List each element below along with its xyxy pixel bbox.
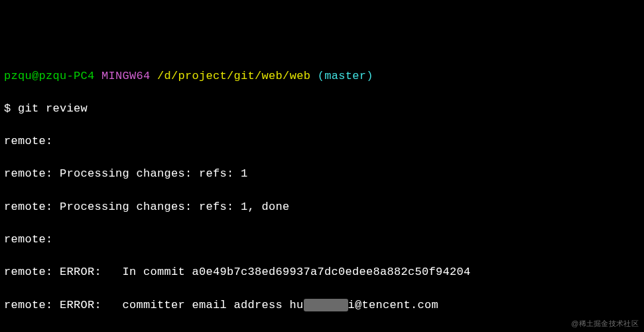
output-line: remote: Processing changes: refs: 1 — [4, 166, 640, 183]
output-line: remote: Processing changes: refs: 1, don… — [4, 199, 640, 216]
output-line: remote: — [4, 232, 640, 248]
user-host: pzqu@pzqu-PC4 — [4, 70, 95, 82]
output-line: remote: — [4, 133, 640, 150]
redacted-text: ██████ — [304, 299, 348, 311]
shell-prompt: pzqu@pzqu-PC4 MINGW64 /d/project/git/web… — [4, 68, 640, 85]
branch: (master) — [318, 70, 373, 82]
command-line: $ git review — [4, 101, 640, 118]
output-line: remote: ERROR: committer email address h… — [4, 297, 640, 314]
output-line: remote: ERROR: In commit a0e49b7c38ed699… — [4, 264, 640, 281]
watermark: @稀土掘金技术社区 — [571, 319, 639, 329]
cwd: /d/project/git/web/web — [157, 70, 310, 82]
shell-env: MINGW64 — [101, 70, 151, 82]
